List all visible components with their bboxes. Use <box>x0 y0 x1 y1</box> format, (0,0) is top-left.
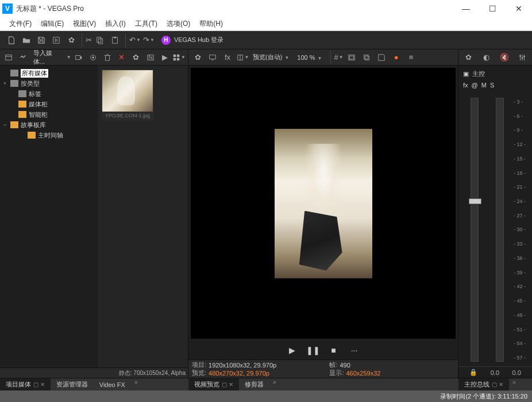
get-media-icon[interactable] <box>86 51 99 64</box>
fader-right[interactable] <box>496 98 504 362</box>
preview-more-icon[interactable]: ≡ <box>404 51 418 64</box>
meter-readout: 🔒 0.0 0.0 <box>458 366 532 378</box>
tab[interactable]: 修剪器 <box>239 378 269 391</box>
preview-split-icon[interactable]: ▼ <box>236 51 249 64</box>
master-automation-button[interactable]: @ <box>472 82 478 89</box>
media-view-icon[interactable]: ▼ <box>172 51 186 64</box>
open-icon[interactable] <box>20 33 33 47</box>
disp-value: 460x259x32 <box>346 370 380 377</box>
overlay-icon[interactable]: #▼ <box>330 51 344 64</box>
menu-options[interactable]: 选项(O) <box>162 17 195 31</box>
dim-icon[interactable]: ◐ <box>480 51 493 64</box>
pause-button[interactable]: ❚❚ <box>305 342 321 358</box>
meter-area: - 3 -- 6 -- 9 -- 12 -- 15 -- 18 -- 21 --… <box>458 93 532 366</box>
undo-icon[interactable]: ↶▼ <box>125 33 141 47</box>
tree-item[interactable]: −故事板库 <box>2 120 95 130</box>
folder-icon <box>18 90 26 97</box>
maximize-button[interactable]: ☐ <box>479 0 506 17</box>
tab-close-icon[interactable]: ▢ ✕ <box>222 381 233 388</box>
mute-icon[interactable]: 🔇 <box>498 51 511 64</box>
safe-area-icon[interactable] <box>345 51 358 64</box>
media-add-icon[interactable] <box>17 51 30 64</box>
menu-file[interactable]: 文件(F) <box>5 17 36 31</box>
minimize-button[interactable]: — <box>453 0 479 17</box>
snapshot-copy-icon[interactable] <box>360 51 373 64</box>
preview-extmon-icon[interactable] <box>206 51 219 64</box>
media-settings-icon[interactable]: ✿ <box>129 51 142 64</box>
mixer-icon[interactable] <box>515 51 529 64</box>
tree-item[interactable]: 所有媒体 <box>2 68 95 78</box>
hub-label: VEGAS Hub 登录 <box>174 36 223 44</box>
cut-icon[interactable]: ✂ <box>82 33 92 47</box>
tab[interactable]: 主控总线▢ ✕ <box>458 378 509 391</box>
media-play-icon[interactable]: ▶ <box>158 51 171 64</box>
tab-overflow-icon[interactable]: » <box>269 378 280 391</box>
preview-status: 项目:1920x1080x32, 29.970p 预览:480x270x32, … <box>188 359 458 378</box>
folder-icon <box>28 132 36 139</box>
import-caret-icon[interactable]: ▼ <box>67 55 71 60</box>
capture-icon[interactable] <box>72 51 86 64</box>
tab[interactable]: 项目媒体▢ ✕ <box>0 378 51 391</box>
master-settings-icon[interactable]: ✿ <box>462 51 475 64</box>
new-icon[interactable] <box>5 33 18 47</box>
tree-item[interactable]: +按类型 <box>2 78 95 89</box>
master-solo-button[interactable]: S <box>490 82 494 89</box>
tab[interactable]: 视频预览▢ ✕ <box>188 378 239 391</box>
preview-viewport[interactable] <box>191 68 456 339</box>
stop-button[interactable]: ■ <box>326 342 342 358</box>
tab-overflow-icon[interactable]: » <box>131 378 141 391</box>
menu-insert[interactable]: 插入(I) <box>101 17 130 31</box>
menu-help[interactable]: 帮助(H) <box>195 17 228 31</box>
preview-fx-icon[interactable]: fx <box>221 51 234 64</box>
redo-icon[interactable]: ↷▼ <box>142 33 156 47</box>
more-button[interactable]: ··· <box>346 342 363 358</box>
record-time: 录制时间(2 个通道): 3:11:15:20 <box>440 392 527 401</box>
fader-left[interactable] <box>471 98 479 362</box>
delete-icon[interactable]: ✕ <box>115 51 128 64</box>
close-button[interactable]: ✕ <box>506 0 532 17</box>
tree-item[interactable]: 主时间轴 <box>2 130 95 140</box>
vegas-hub-button[interactable]: H VEGAS Hub 登录 <box>161 36 223 45</box>
menu-tools[interactable]: 工具(T) <box>130 17 162 31</box>
preview-settings-icon[interactable]: ✿ <box>191 51 205 64</box>
menu-edit[interactable]: 编辑(E) <box>36 17 68 31</box>
svg-text:fx: fx <box>148 53 153 60</box>
tab-close-icon[interactable]: ▢ ✕ <box>33 381 45 388</box>
save-icon[interactable] <box>34 33 48 47</box>
snapshot-save-icon[interactable] <box>375 51 388 64</box>
tab-close-icon[interactable]: ▢ ✕ <box>492 381 503 388</box>
properties-icon[interactable]: ✿ <box>64 33 78 47</box>
play-button[interactable]: ▶ <box>284 342 300 358</box>
lock-icon[interactable]: 🔒 <box>469 369 477 376</box>
zoom-dropdown[interactable]: 100 % ▼ <box>292 54 326 61</box>
prev-label: 预览: <box>192 369 206 377</box>
import-media-button[interactable]: 导入媒体... <box>31 49 65 66</box>
copy-icon[interactable] <box>93 33 107 47</box>
master-mute-button[interactable]: M <box>481 82 487 89</box>
media-thumbnail[interactable]: YPOJIE.COM-1.jpg <box>101 69 154 121</box>
render-icon[interactable] <box>49 33 63 47</box>
media-grid[interactable]: YPOJIE.COM-1.jpg <box>98 66 188 367</box>
media-props-icon[interactable] <box>2 51 16 64</box>
master-out-icon: ▣ <box>463 70 469 78</box>
meter-left-value: 0.0 <box>491 369 499 376</box>
remove-icon[interactable] <box>101 51 114 64</box>
tree-item[interactable]: 媒体柜 <box>2 99 95 109</box>
tree-item[interactable]: 智能柜 <box>2 109 95 120</box>
tree-item[interactable]: 标签 <box>2 89 95 99</box>
master-fx-button[interactable]: fx <box>463 82 468 89</box>
hub-icon: H <box>161 36 171 45</box>
preview-mode-dropdown[interactable]: 预览(自动) ▼ <box>250 53 291 62</box>
vegas-logo-icon[interactable]: ● <box>390 51 403 64</box>
media-fx-icon[interactable]: fx <box>144 51 157 64</box>
scale-tick: - 24 - <box>514 198 527 204</box>
tree-toggle-icon[interactable]: − <box>3 122 9 128</box>
fader-handle[interactable] <box>469 198 481 204</box>
menu-view[interactable]: 视图(V) <box>68 17 101 31</box>
tab-overflow-icon[interactable]: » <box>509 378 519 391</box>
tab[interactable]: 资源管理器 <box>51 378 94 391</box>
tree-toggle-icon[interactable]: + <box>3 81 9 86</box>
paste-icon[interactable] <box>108 33 122 47</box>
tab-label: 项目媒体 <box>6 380 31 389</box>
tab[interactable]: Video FX <box>94 378 131 391</box>
